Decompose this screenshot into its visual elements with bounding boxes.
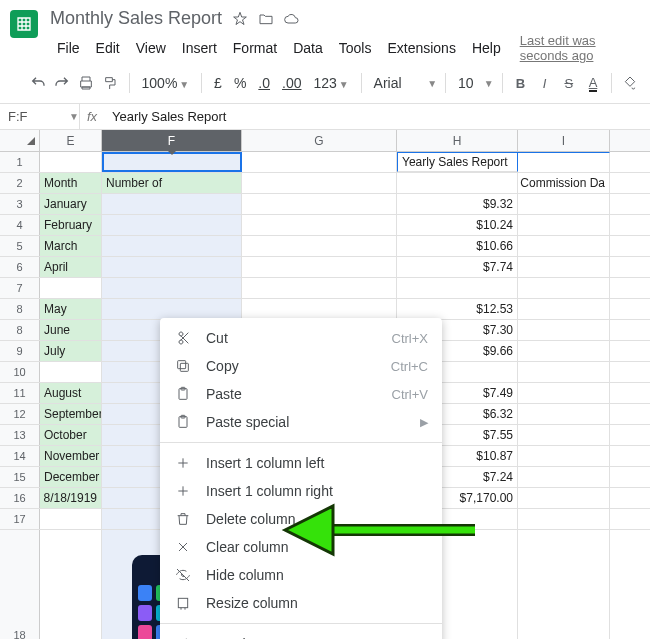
font-size-select[interactable]: 10 [454, 75, 478, 91]
ctx-copy[interactable]: CopyCtrl+C [160, 352, 442, 380]
currency-button[interactable]: £ [210, 75, 226, 91]
zoom-select[interactable]: 100%▼ [138, 75, 194, 91]
ctx-sort-sheet-a-to-z[interactable]: Sort sheet A to Z [160, 630, 442, 639]
row-header[interactable]: 12 [0, 404, 40, 424]
cell-selected[interactable] [102, 152, 242, 172]
cell[interactable]: Yearly Sales Report [397, 152, 518, 172]
row-header[interactable]: 16 [0, 488, 40, 508]
cell[interactable]: Number of [102, 173, 242, 193]
ctx-cut[interactable]: CutCtrl+X [160, 324, 442, 352]
row-header[interactable]: 5 [0, 236, 40, 256]
cell[interactable] [518, 383, 610, 403]
cell[interactable] [102, 236, 242, 256]
cell[interactable]: October [40, 425, 102, 445]
cell[interactable]: $12.53 [397, 299, 518, 319]
italic-button[interactable]: I [535, 71, 555, 95]
cell[interactable]: $10.24 [397, 215, 518, 235]
menu-help[interactable]: Help [465, 38, 508, 58]
column-header-i[interactable]: I [518, 130, 610, 151]
ctx-insert-1-column-right[interactable]: Insert 1 column right [160, 477, 442, 505]
row-header[interactable]: 8 [0, 320, 40, 340]
row-header[interactable]: 4 [0, 215, 40, 235]
cell[interactable]: $10.66 [397, 236, 518, 256]
ctx-clear-column[interactable]: Clear column [160, 533, 442, 561]
cell[interactable] [397, 173, 518, 193]
name-box[interactable]: F:F▼ [0, 104, 80, 129]
cell[interactable]: November [40, 446, 102, 466]
ctx-resize-column[interactable]: Resize column [160, 589, 442, 617]
cell[interactable]: July [40, 341, 102, 361]
menu-extensions[interactable]: Extensions [380, 38, 462, 58]
star-icon[interactable] [232, 11, 248, 27]
cell[interactable]: May [40, 299, 102, 319]
row-header[interactable]: 1 [0, 152, 40, 172]
cell[interactable] [518, 215, 610, 235]
cell[interactable]: 8/18/1919 [40, 488, 102, 508]
cell[interactable] [397, 278, 518, 298]
row-header[interactable]: 6 [0, 257, 40, 277]
column-header-h[interactable]: H [397, 130, 518, 151]
cell[interactable] [518, 236, 610, 256]
cell[interactable] [518, 152, 610, 172]
ctx-hide-column[interactable]: Hide column [160, 561, 442, 589]
cloud-saved-icon[interactable] [284, 11, 300, 27]
cell[interactable]: September [40, 404, 102, 424]
cell[interactable] [102, 299, 242, 319]
menu-file[interactable]: File [50, 38, 87, 58]
bold-button[interactable]: B [510, 71, 530, 95]
cell[interactable] [242, 278, 397, 298]
sheets-logo[interactable] [10, 10, 38, 38]
percent-button[interactable]: % [230, 75, 250, 91]
cell[interactable] [242, 299, 397, 319]
cell[interactable] [518, 404, 610, 424]
column-header-f[interactable]: F [102, 130, 242, 151]
row-header[interactable]: 18 [0, 530, 40, 639]
cell[interactable] [102, 215, 242, 235]
cell[interactable]: March [40, 236, 102, 256]
formula-bar[interactable]: Yearly Sales Report [104, 109, 226, 124]
cell[interactable]: June [40, 320, 102, 340]
cell[interactable] [518, 446, 610, 466]
menu-insert[interactable]: Insert [175, 38, 224, 58]
cell[interactable] [518, 299, 610, 319]
ctx-delete-column[interactable]: Delete column [160, 505, 442, 533]
cell[interactable] [518, 278, 610, 298]
fill-color-button[interactable] [620, 71, 640, 95]
ctx-paste[interactable]: PasteCtrl+V [160, 380, 442, 408]
column-header-e[interactable]: E [40, 130, 102, 151]
row-header[interactable]: 9 [0, 341, 40, 361]
cell[interactable] [242, 194, 397, 214]
increase-decimal-button[interactable]: .00 [278, 75, 305, 91]
row-header[interactable]: 8 [0, 299, 40, 319]
cell[interactable] [40, 509, 102, 529]
row-header[interactable]: 11 [0, 383, 40, 403]
move-folder-icon[interactable] [258, 11, 274, 27]
cell[interactable] [518, 467, 610, 487]
cell[interactable] [518, 530, 610, 639]
cell[interactable]: $9.32 [397, 194, 518, 214]
menu-view[interactable]: View [129, 38, 173, 58]
row-header[interactable]: 3 [0, 194, 40, 214]
cell[interactable] [518, 509, 610, 529]
last-edit-link[interactable]: Last edit was seconds ago [520, 33, 640, 63]
cell[interactable] [518, 341, 610, 361]
ctx-paste-special[interactable]: Paste special▶ [160, 408, 442, 436]
row-header[interactable]: 2 [0, 173, 40, 193]
cell[interactable] [518, 320, 610, 340]
cell[interactable]: January [40, 194, 102, 214]
cell[interactable] [40, 152, 102, 172]
cell[interactable] [518, 194, 610, 214]
column-header-g[interactable]: G [242, 130, 397, 151]
cell[interactable] [242, 257, 397, 277]
row-header[interactable]: 15 [0, 467, 40, 487]
print-button[interactable] [76, 71, 96, 95]
ctx-insert-1-column-left[interactable]: Insert 1 column left [160, 449, 442, 477]
cell[interactable]: $7.74 [397, 257, 518, 277]
cell[interactable] [242, 152, 397, 172]
strikethrough-button[interactable]: S [559, 71, 579, 95]
cell[interactable]: Commission Da [518, 173, 610, 193]
cell[interactable] [242, 236, 397, 256]
cell[interactable] [518, 362, 610, 382]
row-header[interactable]: 13 [0, 425, 40, 445]
decrease-decimal-button[interactable]: .0 [254, 75, 274, 91]
